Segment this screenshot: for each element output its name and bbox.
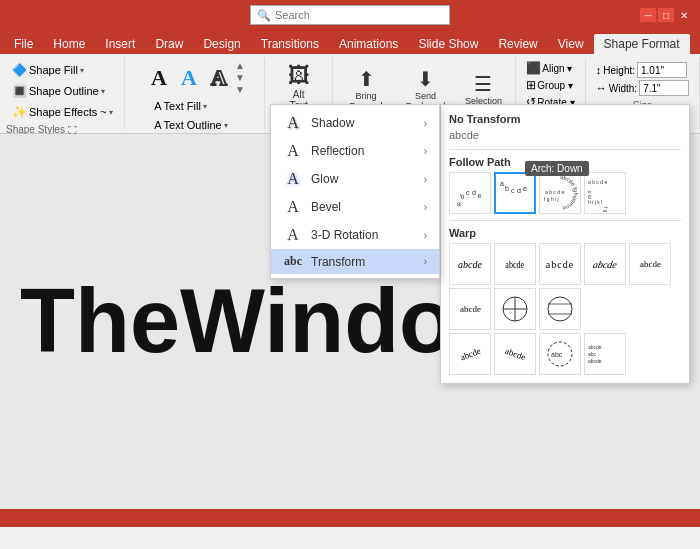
bring-forward-icon: ⬆: [358, 67, 375, 91]
width-input[interactable]: [639, 80, 689, 96]
warp-item-10[interactable]: abcde: [494, 333, 536, 375]
warp-item-2[interactable]: abcde: [494, 243, 536, 285]
text-fill-button[interactable]: A Text Fill ▾: [148, 97, 213, 115]
text-fill-label: Text Fill: [164, 100, 201, 112]
tab-home[interactable]: Home: [43, 34, 95, 54]
height-label: Height:: [603, 65, 635, 76]
height-row: ↕ Height:: [596, 62, 689, 78]
shape-outline-caret: ▾: [101, 87, 105, 96]
menu-item-reflection[interactable]: A Reflection ›: [271, 137, 439, 165]
follow-path-arch-down[interactable]: a b c d e: [494, 172, 536, 214]
wordart-a1-button[interactable]: A: [145, 60, 173, 95]
status-bar: [0, 509, 700, 527]
bevel-icon: A: [283, 198, 303, 216]
glow-label: Glow: [311, 172, 338, 186]
tab-slideshow[interactable]: Slide Show: [408, 34, 488, 54]
menu-item-glow[interactable]: A Glow ›: [271, 165, 439, 193]
tab-file[interactable]: File: [4, 34, 43, 54]
height-icon: ↕: [596, 64, 602, 76]
transform-submenu: No Transform abcde Follow Path a b c d e…: [440, 104, 690, 384]
svg-text:abcde: abcde: [588, 344, 602, 350]
warp-item-8[interactable]: [539, 288, 581, 330]
menu-item-3d-rotation[interactable]: A 3-D Rotation ›: [271, 221, 439, 249]
search-icon: 🔍: [257, 9, 271, 22]
close-button[interactable]: ✕: [676, 8, 692, 22]
text-outline-caret: ▾: [224, 121, 228, 130]
size-inputs: ↕ Height: ↔ Width:: [592, 60, 693, 98]
transform-icon: abc: [283, 254, 303, 269]
follow-path-button[interactable]: a b c d e f g h i j k l m n: [584, 172, 626, 214]
tooltip-arch-down: Arch: Down: [525, 161, 589, 176]
svg-text:e: e: [523, 185, 527, 192]
no-transform-preview: abcde: [449, 129, 681, 141]
glow-arrow: ›: [424, 174, 427, 185]
warp-title: Warp: [449, 227, 681, 239]
svg-text:m n: m n: [586, 190, 592, 199]
text-outline-button[interactable]: A Text Outline ▾: [148, 116, 233, 134]
svg-text:d: d: [517, 187, 521, 194]
warp-item-3[interactable]: abcde: [539, 243, 581, 285]
warp-item-7[interactable]: [494, 288, 536, 330]
tab-insert[interactable]: Insert: [95, 34, 145, 54]
shape-effects-button[interactable]: ✨ Shape Effects ~ ▾: [6, 102, 119, 122]
shape-fill-label: Shape Fill: [29, 64, 78, 76]
3d-rotation-icon: A: [282, 225, 302, 245]
svg-text:c: c: [511, 187, 515, 194]
minimize-button[interactable]: ─: [640, 8, 656, 22]
svg-text:abc: abc: [588, 351, 597, 357]
group-button[interactable]: ⊞ Group ▾: [523, 77, 577, 93]
shape-fill-button[interactable]: 🔷 Shape Fill ▾: [6, 60, 90, 80]
group-label: Group ▾: [537, 80, 573, 91]
search-box[interactable]: 🔍: [250, 5, 450, 25]
warp-item-9[interactable]: abcde: [449, 333, 491, 375]
warp-item-4[interactable]: abcde: [584, 243, 626, 285]
follow-path-arch-up[interactable]: a b c d e: [449, 172, 491, 214]
height-input[interactable]: [637, 62, 687, 78]
shape-styles-group: 🔷 Shape Fill ▾ 🔳 Shape Outline ▾ ✨ Shape…: [0, 58, 125, 129]
warp-grid-2: abcde abcde abc abcde abc abcde: [449, 333, 681, 375]
wordart-expand[interactable]: ▼: [235, 84, 245, 95]
menu-item-transform[interactable]: abc Transform ›: [271, 249, 439, 274]
menu-item-bevel[interactable]: A Bevel ›: [271, 193, 439, 221]
tab-review[interactable]: Review: [488, 34, 547, 54]
warp-item-11[interactable]: abc: [539, 333, 581, 375]
wordart-scroll-up[interactable]: ▲: [235, 60, 245, 71]
tab-view[interactable]: View: [548, 34, 594, 54]
reflection-icon: A: [283, 142, 303, 160]
send-backward-icon: ⬇: [417, 67, 434, 91]
maximize-button[interactable]: □: [658, 8, 674, 22]
wordart-a3-button[interactable]: A: [205, 60, 233, 95]
search-input[interactable]: [275, 9, 435, 21]
tab-draw[interactable]: Draw: [145, 34, 193, 54]
text-outline-icon: A: [154, 119, 161, 131]
bevel-label: Bevel: [311, 200, 341, 214]
wordart-styles-row: A A A ▲ ▼ ▼: [145, 60, 245, 95]
divider-1: [449, 149, 681, 150]
warp-item-5[interactable]: abcde: [629, 243, 671, 285]
follow-path-grid: a b c d e a b c d e abcde fghijklmno: [449, 172, 681, 214]
warp-item-1[interactable]: abcde: [449, 243, 491, 285]
align-icon: ⬛: [526, 61, 541, 75]
tab-transitions[interactable]: Transitions: [251, 34, 329, 54]
selection-pane-icon: ☰: [474, 72, 492, 96]
svg-text:abcde: abcde: [588, 358, 602, 364]
align-button[interactable]: ⬛ Align ▾: [523, 60, 577, 76]
wordart-scroll-down[interactable]: ▼: [235, 72, 245, 83]
alt-text-icon: 🖼: [288, 63, 310, 89]
warp-item-6[interactable]: abcde: [449, 288, 491, 330]
bevel-arrow: ›: [424, 202, 427, 213]
shadow-label: Shadow: [311, 116, 354, 130]
shape-outline-button[interactable]: 🔳 Shape Outline ▾: [6, 81, 111, 101]
menu-item-shadow[interactable]: A Shadow ›: [271, 109, 439, 137]
tab-shape-format[interactable]: Shape Format: [594, 34, 690, 54]
follow-path-circle[interactable]: abcde fghijklmno a b c d e f g h i j: [539, 172, 581, 214]
wordart-a2-button[interactable]: A: [175, 60, 203, 95]
text-fill-icon: A: [154, 100, 161, 112]
shape-outline-label: Shape Outline: [29, 85, 99, 97]
tab-animations[interactable]: Animations: [329, 34, 408, 54]
tab-design[interactable]: Design: [193, 34, 250, 54]
warp-item-12[interactable]: abcde abc abcde: [584, 333, 626, 375]
width-icon: ↔: [596, 82, 607, 94]
shadow-icon: A: [283, 114, 303, 132]
align-controls: ⬛ Align ▾ ⊞ Group ▾ ↺ Rotate ▾: [523, 60, 577, 110]
